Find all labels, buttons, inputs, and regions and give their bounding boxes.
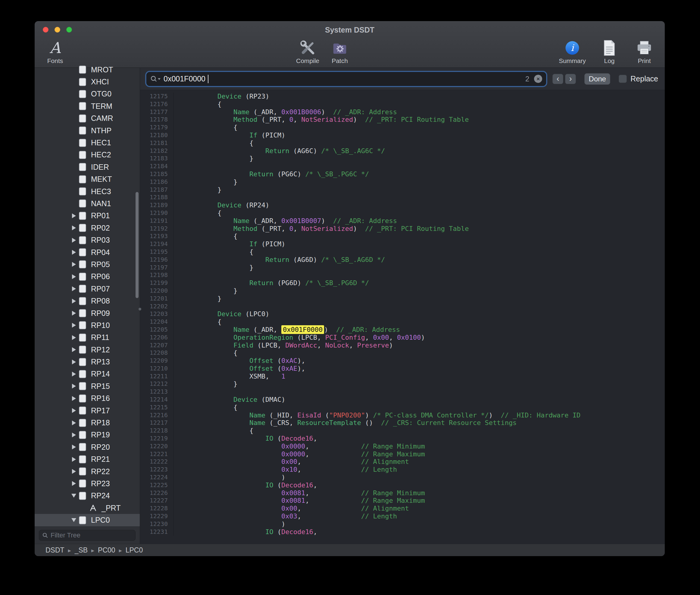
patch-button[interactable]: Patch <box>328 39 351 64</box>
disclosure-triangle[interactable] <box>69 457 79 462</box>
done-button[interactable]: Done <box>584 73 610 85</box>
print-button[interactable]: Print <box>633 39 656 64</box>
sidebar-item-label: RP03 <box>91 236 110 245</box>
sidebar-item-rp18[interactable]: RP18 <box>35 417 140 429</box>
sidebar-item-rp06[interactable]: RP06 <box>35 271 140 283</box>
find-bar: 0x001F0000 2 × ‹ › Done Replace <box>140 68 665 90</box>
sidebar-item-nan1[interactable]: NAN1 <box>35 197 140 209</box>
disclosure-triangle[interactable] <box>69 214 79 218</box>
scope-icon <box>79 394 87 403</box>
line-number: 12184 <box>140 163 173 170</box>
sidebar-item-ider[interactable]: IDER <box>35 161 140 173</box>
sidebar-item-otg0[interactable]: OTG0 <box>35 88 140 100</box>
sidebar-item-camr[interactable]: CAMR <box>35 112 140 124</box>
sidebar-item-rp09[interactable]: RP09 <box>35 307 140 319</box>
sidebar-item-rp20[interactable]: RP20 <box>35 441 140 453</box>
code-line: 12176 { <box>140 101 665 108</box>
sidebar-scrollbar[interactable] <box>135 192 139 298</box>
line-number: 12217 <box>140 419 173 427</box>
title-bar[interactable]: System DSDT <box>35 21 665 38</box>
disclosure-triangle[interactable] <box>69 396 79 401</box>
sidebar-item-label: RP02 <box>91 224 110 232</box>
sidebar-item-rp17[interactable]: RP17 <box>35 404 140 417</box>
disclosure-triangle[interactable] <box>69 408 79 413</box>
disclosure-triangle[interactable] <box>69 238 79 243</box>
sidebar-item-rp21[interactable]: RP21 <box>35 453 140 465</box>
disclosure-triangle[interactable] <box>69 250 79 255</box>
disclosure-triangle[interactable] <box>69 360 79 364</box>
clear-icon[interactable]: × <box>534 75 542 83</box>
disclosure-triangle[interactable] <box>69 445 79 449</box>
disclosure-triangle[interactable] <box>69 311 79 316</box>
sidebar-item-rp01[interactable]: RP01 <box>35 210 140 222</box>
find-previous-button[interactable]: ‹ <box>552 74 563 84</box>
code-line: 12203 Device (LPC0) <box>140 310 665 318</box>
sidebar-item-rp10[interactable]: RP10 <box>35 319 140 331</box>
replace-checkbox[interactable] <box>619 75 627 83</box>
sidebar-item-rp03[interactable]: RP03 <box>35 234 140 246</box>
filter-input[interactable]: Filter Tree <box>39 530 135 541</box>
sidebar-item-rp05[interactable]: RP05 <box>35 258 140 271</box>
log-button[interactable]: Log <box>598 39 621 64</box>
breadcrumb-item[interactable]: PC00 <box>98 546 115 554</box>
compile-button[interactable]: Compile <box>296 39 319 64</box>
sidebar-item-rp13[interactable]: RP13 <box>35 356 140 368</box>
line-number: 12227 <box>140 497 173 505</box>
disclosure-triangle[interactable] <box>69 262 79 267</box>
sidebar-item-rp24[interactable]: RP24 <box>35 490 140 502</box>
breadcrumb-item[interactable]: _SB <box>75 546 88 554</box>
sidebar-item-rp04[interactable]: RP04 <box>35 246 140 258</box>
line-number: 12194 <box>140 240 173 248</box>
disclosure-triangle[interactable] <box>69 432 79 437</box>
sidebar-item-rp11[interactable]: RP11 <box>35 332 140 344</box>
breadcrumb-item[interactable]: LPC0 <box>126 546 143 554</box>
splitter-handle[interactable] <box>139 308 141 310</box>
search-menu-icon[interactable] <box>150 75 161 83</box>
line-number: 12199 <box>140 279 173 287</box>
sidebar-item-nthp[interactable]: NTHP <box>35 124 140 137</box>
find-input[interactable]: 0x001F0000 2 × <box>147 72 546 86</box>
sidebar-item-term[interactable]: TERM <box>35 100 140 112</box>
breadcrumb-item[interactable]: DSDT <box>45 546 64 554</box>
sidebar-item-hec2[interactable]: HEC2 <box>35 149 140 161</box>
fonts-button[interactable]: A Fonts <box>44 39 67 64</box>
disclosure-triangle[interactable] <box>69 286 79 291</box>
sidebar-item-rp23[interactable]: RP23 <box>35 477 140 489</box>
sidebar-item-hec3[interactable]: HEC3 <box>35 186 140 197</box>
sidebar-item-rp16[interactable]: RP16 <box>35 392 140 404</box>
sidebar-item-mrot[interactable]: MROT <box>35 64 140 76</box>
disclosure-triangle[interactable] <box>69 299 79 304</box>
disclosure-triangle[interactable] <box>69 335 79 340</box>
code-text: 0x00, // Alignment <box>173 458 665 466</box>
scope-icon <box>79 443 87 451</box>
sidebar-item-hec1[interactable]: HEC1 <box>35 137 140 149</box>
sidebar-item-lpc0[interactable]: LPC0 <box>35 514 140 526</box>
sidebar-item-rp22[interactable]: RP22 <box>35 465 140 477</box>
sidebar-item-rp15[interactable]: RP15 <box>35 380 140 392</box>
sidebar-item-xhci[interactable]: XHCI <box>35 76 140 88</box>
fonts-icon: A <box>50 40 61 55</box>
disclosure-triangle[interactable] <box>69 481 79 486</box>
sidebar-item-rp12[interactable]: RP12 <box>35 344 140 356</box>
sidebar-item-rp14[interactable]: RP14 <box>35 368 140 380</box>
sidebar-item-rp02[interactable]: RP02 <box>35 222 140 234</box>
disclosure-triangle[interactable] <box>69 323 79 328</box>
disclosure-triangle[interactable] <box>69 421 79 425</box>
sidebar-item-rp08[interactable]: RP08 <box>35 295 140 307</box>
disclosure-triangle[interactable] <box>69 384 79 389</box>
sidebar-item-rp19[interactable]: RP19 <box>35 429 140 441</box>
disclosure-triangle[interactable] <box>69 372 79 376</box>
summary-button[interactable]: i Summary <box>559 39 586 64</box>
sidebar-item-mekt[interactable]: MEKT <box>35 173 140 186</box>
code-text: ) <box>173 474 665 481</box>
sidebar-item-rp07[interactable]: RP07 <box>35 283 140 295</box>
find-next-button[interactable]: › <box>565 74 576 84</box>
disclosure-triangle[interactable] <box>69 347 79 352</box>
disclosure-triangle[interactable] <box>69 274 79 279</box>
disclosure-triangle[interactable] <box>69 494 79 498</box>
disclosure-triangle[interactable] <box>69 225 79 230</box>
disclosure-triangle[interactable] <box>69 518 79 522</box>
sidebar-item-_prt[interactable]: _PRT <box>35 502 140 514</box>
code-editor[interactable]: 12175 Device (RP23)12176 {12177 Name (_A… <box>140 90 665 544</box>
disclosure-triangle[interactable] <box>69 469 79 474</box>
